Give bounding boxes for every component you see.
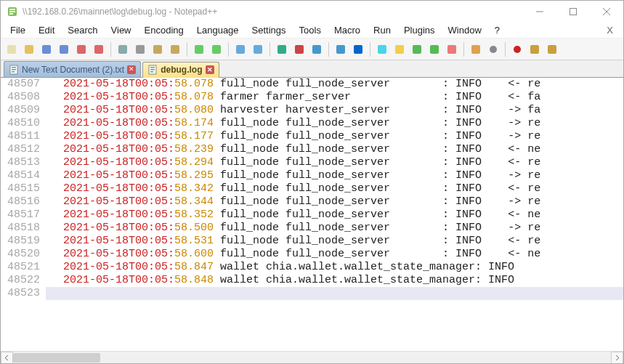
tab-label: debug.log <box>161 65 202 75</box>
log-row[interactable]: 485212021-05-18T00:05:58.847 wallet chia… <box>1 261 623 274</box>
all-chars-button[interactable] <box>350 41 366 57</box>
log-date: 2021-05-18 <box>63 91 129 104</box>
log-seconds: 58.294 <box>174 156 214 169</box>
save-all-button[interactable] <box>56 41 72 57</box>
log-date: 2021-05-18 <box>63 261 129 274</box>
log-date: 2021-05-18 <box>63 156 129 169</box>
log-time: T00:05: <box>129 78 174 91</box>
line-number: 48520 <box>1 248 46 261</box>
scroll-thumb[interactable] <box>13 353 100 363</box>
log-content: 2021-05-18T00:05:58.080 harvester harves… <box>46 104 540 117</box>
svg-rect-44 <box>150 71 153 73</box>
play-button[interactable] <box>527 41 543 57</box>
log-body: full_node full_node_server <box>214 169 442 182</box>
log-content: 2021-05-18T00:05:58.600 full_node full_n… <box>46 248 540 261</box>
log-row[interactable]: 485152021-05-18T00:05:58.342 full_node f… <box>1 182 623 195</box>
paste-button[interactable] <box>167 41 183 57</box>
tab-new-text-document-2-txt[interactable]: New Text Document (2).txt✕ <box>4 61 141 77</box>
log-row[interactable]: 48523 <box>1 287 623 300</box>
close-all-button[interactable] <box>91 41 107 57</box>
log-row[interactable]: 485182021-05-18T00:05:58.500 full_node f… <box>1 222 623 235</box>
menu-help[interactable]: ? <box>488 23 506 37</box>
log-tail: -> re <box>482 222 540 235</box>
save-button[interactable] <box>39 41 54 57</box>
menu-plugins[interactable]: Plugins <box>397 23 442 37</box>
log-body: full_node full_node_server <box>214 209 442 222</box>
log-body: full_node full_node_server <box>214 78 442 91</box>
indent-button[interactable] <box>374 41 390 57</box>
lang-button[interactable] <box>392 41 408 57</box>
eye-button[interactable] <box>485 41 501 57</box>
scroll-right-button[interactable] <box>611 352 623 364</box>
log-time: T00:05: <box>129 169 174 182</box>
cut-button[interactable] <box>132 41 148 57</box>
menu-settings[interactable]: Settings <box>246 23 293 37</box>
log-row[interactable]: 485142021-05-18T00:05:58.295 full_node f… <box>1 169 623 182</box>
menu-run[interactable]: Run <box>367 23 397 37</box>
line-number: 48521 <box>1 261 46 274</box>
horizontal-scrollbar[interactable] <box>1 351 623 363</box>
undo-button[interactable] <box>191 41 207 57</box>
editor-area[interactable]: 485072021-05-18T00:05:58.078 full_node f… <box>1 78 623 351</box>
menu-tools[interactable]: Tools <box>293 23 328 37</box>
menu-search[interactable]: Search <box>61 23 104 37</box>
folder-button[interactable] <box>468 41 484 57</box>
log-row[interactable]: 485162021-05-18T00:05:58.344 full_node f… <box>1 195 623 209</box>
log-row[interactable]: 485202021-05-18T00:05:58.600 full_node f… <box>1 248 623 261</box>
log-row[interactable]: 485122021-05-18T00:05:58.239 full_node f… <box>1 143 623 156</box>
log-row[interactable]: 485192021-05-18T00:05:58.531 full_node f… <box>1 235 623 248</box>
log-seconds: 58.342 <box>174 182 214 195</box>
log-level: : INFO <box>442 91 482 104</box>
zoom-out-button[interactable] <box>291 41 307 57</box>
tab-close-icon[interactable]: ✕ <box>206 65 214 74</box>
pause-button[interactable] <box>544 41 560 57</box>
wrap-button[interactable] <box>333 41 349 57</box>
log-row[interactable]: 485172021-05-18T00:05:58.352 full_node f… <box>1 209 623 222</box>
open-button[interactable] <box>21 41 37 57</box>
log-date: 2021-05-18 <box>63 195 129 209</box>
print-button[interactable] <box>115 41 131 57</box>
record-button[interactable] <box>509 41 525 57</box>
tab-debug-log[interactable]: debug.log✕ <box>142 62 219 78</box>
unfold-button[interactable] <box>444 41 460 57</box>
fold-all-button[interactable] <box>426 41 442 57</box>
fold-button[interactable] <box>409 41 425 57</box>
log-row[interactable]: 485102021-05-18T00:05:58.174 full_node f… <box>1 117 623 130</box>
log-level: : INFO <box>442 78 482 91</box>
menu-language[interactable]: Language <box>190 23 246 37</box>
log-row[interactable]: 485072021-05-18T00:05:58.078 full_node f… <box>1 78 623 91</box>
sync-button[interactable] <box>309 41 325 57</box>
scroll-left-button[interactable] <box>1 352 13 364</box>
copy-button[interactable] <box>150 41 166 57</box>
log-row[interactable]: 485092021-05-18T00:05:58.080 harvester h… <box>1 104 623 117</box>
svg-rect-35 <box>530 45 539 54</box>
log-row[interactable]: 485112021-05-18T00:05:58.177 full_node f… <box>1 130 623 143</box>
find-button[interactable] <box>232 41 248 57</box>
menu-window[interactable]: Window <box>442 23 488 37</box>
redo-button[interactable] <box>208 41 224 57</box>
close-button[interactable] <box>73 41 89 57</box>
menu-file[interactable]: File <box>4 23 32 37</box>
log-row[interactable]: 485082021-05-18T00:05:58.078 farmer farm… <box>1 91 623 104</box>
new-button[interactable] <box>4 41 20 57</box>
log-row[interactable]: 485132021-05-18T00:05:58.294 full_node f… <box>1 156 623 169</box>
menu-extra-x[interactable]: X <box>599 25 620 36</box>
svg-rect-38 <box>12 67 16 68</box>
log-body: farmer farmer_server <box>214 91 442 104</box>
log-seconds: 58.531 <box>174 235 214 248</box>
log-content: 2021-05-18T00:05:58.352 full_node full_n… <box>46 209 540 222</box>
tab-close-icon[interactable]: ✕ <box>127 65 136 74</box>
close-button[interactable] <box>590 1 623 23</box>
log-time: T00:05: <box>129 261 174 274</box>
log-row[interactable]: 485222021-05-18T00:05:58.848 wallet chia… <box>1 274 623 287</box>
zoom-in-button[interactable] <box>274 41 290 57</box>
menu-view[interactable]: View <box>105 23 138 37</box>
menu-encoding[interactable]: Encoding <box>138 23 190 37</box>
menu-macro[interactable]: Macro <box>328 23 367 37</box>
maximize-button[interactable] <box>556 1 590 23</box>
scroll-track[interactable] <box>13 352 611 364</box>
menu-edit[interactable]: Edit <box>32 23 61 37</box>
log-tail <box>514 274 540 287</box>
replace-button[interactable] <box>250 41 266 57</box>
minimize-button[interactable] <box>523 1 556 23</box>
